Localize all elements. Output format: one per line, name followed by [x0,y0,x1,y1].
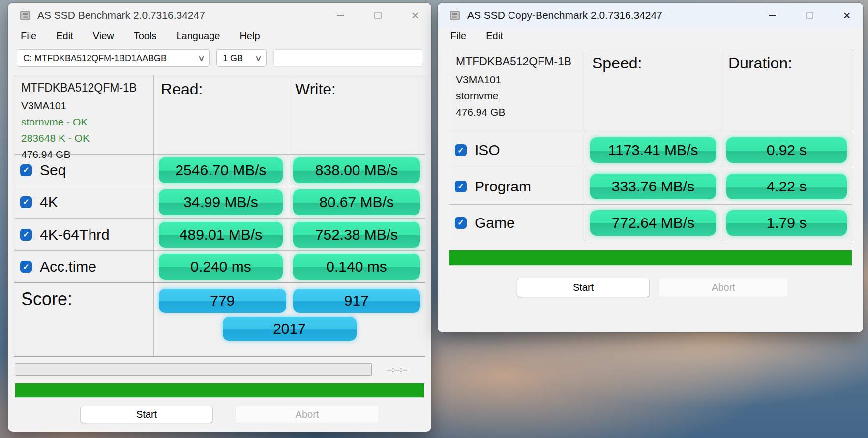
row-label: ISO [475,142,500,158]
4k64-read-result: 489.01 MB/s [159,222,283,248]
test-size-value: 1 GB [223,53,243,63]
button-row: Start Abort [8,406,431,425]
menu-file[interactable]: File [21,31,36,42]
table-row-4k64: ✓ 4K-64Thrd 489.01 MB/s 752.38 MB/s [14,218,425,250]
window-controls: × [314,6,426,24]
4k-read-result: 34.99 MB/s [159,189,283,215]
chevron-down-icon: ∨ [198,54,205,63]
duration-column-header: Duration: [721,49,852,132]
table-header-row: MTFDKBA512QFM-1B V3MA101 stornvme 476.94… [449,49,852,132]
check-icon: ✓ [457,218,464,227]
seq-checkbox[interactable]: ✓ [20,164,32,176]
start-button[interactable]: Start [80,406,213,423]
menu-bar: File Edit View Tools Language Help [8,28,431,44]
offset-status: 283648 K - OK [21,132,153,144]
drive-model: MTFDKBA512QFM-1B [21,81,153,94]
table-row-4k: ✓ 4K 34.99 MB/s 80.67 MB/s [14,186,425,218]
window-controls: × [746,6,858,24]
score-read-badge: 779 [159,289,286,313]
minimize-icon [769,15,776,16]
game-duration-result: 1.79 s [726,210,847,236]
menu-language[interactable]: Language [176,31,220,42]
row-label: 4K [40,194,58,211]
close-button[interactable]: × [836,6,858,24]
table-row-program: ✓ Program 333.76 MB/s 4.22 s [449,168,852,204]
empty-textbox [273,49,422,67]
table-row-game: ✓ Game 772.64 MB/s 1.79 s [449,204,852,241]
progress-bar [15,363,372,376]
close-icon: × [411,9,419,22]
minimize-button[interactable] [329,6,352,24]
benchmark-table: MTFDKBA512QFM-1B V3MA101 stornvme - OK 2… [14,75,425,357]
titlebar[interactable]: AS SSD Benchmark 2.0.7316.34247 × [8,3,431,28]
copy-benchmark-table: MTFDKBA512QFM-1B V3MA101 stornvme 476.94… [449,49,852,241]
game-checkbox[interactable]: ✓ [455,217,467,229]
table-row-acctime: ✓ Acc.time 0.240 ms 0.140 ms [14,250,425,282]
table-header-row: MTFDKBA512QFM-1B V3MA101 stornvme - OK 2… [14,75,425,154]
iso-checkbox[interactable]: ✓ [455,144,467,156]
menu-edit[interactable]: Edit [56,31,73,42]
drive-info-cell: MTFDKBA512QFM-1B V3MA101 stornvme 476.94… [449,49,585,132]
4k64-checkbox[interactable]: ✓ [20,229,32,241]
table-row-seq: ✓ Seq 2546.70 MB/s 838.00 MB/s [14,154,425,186]
check-icon: ✓ [23,197,29,207]
close-button[interactable]: × [404,6,426,24]
acctime-write-result: 0.140 ms [293,254,420,280]
check-icon: ✓ [457,182,464,191]
check-icon: ✓ [23,165,29,175]
progress-row: --:--:-- [15,363,408,376]
drive-info-cell: MTFDKBA512QFM-1B V3MA101 stornvme - OK 2… [14,75,153,165]
abort-button[interactable]: Abort [658,278,788,297]
row-label: Game [475,215,515,231]
read-column-header: Read: [153,75,288,165]
4k-write-result: 80.67 MB/s [293,189,420,215]
app-icon [449,9,461,22]
elapsed-time: --:--:-- [387,365,408,375]
app-icon [19,9,31,22]
row-label: Program [475,178,531,195]
score-total-badge: 2017 [223,317,357,341]
titlebar[interactable]: AS SSD Copy-Benchmark 2.0.7316.34247 × [438,3,863,28]
drive-model: MTFDKBA512QFM-1B [456,55,585,68]
row-label: 4K-64Thrd [40,226,110,243]
drive-capacity: 476.94 GB [456,106,585,118]
acctime-read-result: 0.240 ms [159,254,283,280]
minimize-button[interactable] [761,6,783,24]
drive-select[interactable]: C: MTFDKBA512QFM-1BD1AABGB ∨ [17,49,210,67]
maximize-button[interactable] [798,6,821,24]
4k-checkbox[interactable]: ✓ [20,196,32,208]
iso-duration-result: 0.92 s [726,137,847,163]
start-button[interactable]: Start [517,278,650,297]
score-label: Score: [14,283,153,356]
abort-button[interactable]: Abort [235,406,379,423]
speed-column-header: Speed: [585,49,721,132]
check-icon: ✓ [457,146,464,155]
acctime-checkbox[interactable]: ✓ [20,261,32,273]
score-write-badge: 917 [293,289,420,313]
menu-file[interactable]: File [450,31,466,42]
seq-write-result: 838.00 MB/s [293,157,420,183]
program-checkbox[interactable]: ✓ [455,181,467,192]
menu-help[interactable]: Help [239,31,260,42]
table-row-iso: ✓ ISO 1173.41 MB/s 0.92 s [449,132,852,168]
menu-edit[interactable]: Edit [486,31,503,42]
menu-view[interactable]: View [93,31,114,42]
row-label: Acc.time [40,258,96,275]
drive-firmware: V3MA101 [456,74,585,86]
copy-benchmark-window: AS SSD Copy-Benchmark 2.0.7316.34247 × F… [438,3,863,332]
maximize-button[interactable] [366,6,389,24]
benchmark-window: AS SSD Benchmark 2.0.7316.34247 × File E… [8,3,431,432]
button-row: Start Abort [438,278,863,297]
maximize-icon [374,12,382,19]
program-duration-result: 4.22 s [726,174,847,199]
window-title: AS SSD Copy-Benchmark 2.0.7316.34247 [467,9,662,21]
minimize-icon [337,15,344,16]
test-size-select[interactable]: 1 GB ∨ [216,49,267,67]
iso-speed-result: 1173.41 MB/s [590,137,716,163]
overall-progress-bar [449,250,852,266]
menu-tools[interactable]: Tools [134,31,157,42]
score-area: 779 917 2017 [153,283,425,356]
score-section: Score: 779 917 2017 [14,282,425,356]
drive-select-value: C: MTFDKBA512QFM-1BD1AABGB [23,53,167,63]
drive-driver: stornvme [456,90,585,102]
